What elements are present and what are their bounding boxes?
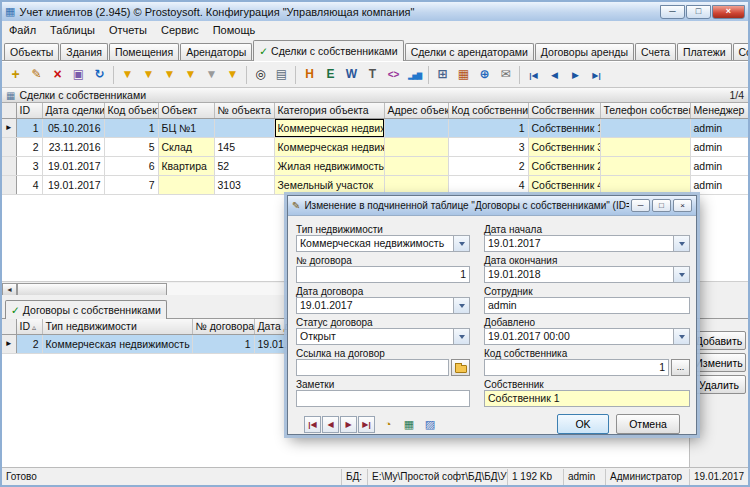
grid-cell[interactable]: Собственник 1 (528, 118, 600, 137)
dropdown-button[interactable] (674, 328, 690, 345)
dropdown-button[interactable] (454, 235, 470, 252)
grid-cell[interactable]: 1 (192, 334, 254, 353)
chart-button[interactable]: ▂▅▇ (404, 64, 425, 85)
grid-cell[interactable]: 1 (16, 118, 42, 137)
image-button[interactable]: ▨ (421, 416, 439, 433)
grid-cell[interactable]: Квартира (158, 156, 214, 175)
added-datetime-combobox[interactable]: 19.01.2017 00:00 (484, 328, 674, 345)
minimize-button[interactable]: ─ (660, 5, 685, 19)
dialog-nav-last-button[interactable]: ▶| (358, 416, 375, 433)
add-record-button[interactable]: + (5, 64, 26, 85)
tab-lease-contracts[interactable]: Договоры аренды (535, 43, 634, 60)
table-row[interactable]: 4 19.01.2017 7 3103 Земельный участок 4 … (2, 175, 748, 194)
table-row[interactable]: 3 19.01.2017 6 Квартира 52 Жилая недвижи… (2, 156, 748, 175)
edit-record-button[interactable]: ✎ (26, 64, 47, 85)
grid-cell[interactable]: Собственник 3 (528, 137, 600, 156)
grid-cell[interactable]: Жилая недвижимость (274, 156, 384, 175)
grid-cell[interactable]: 3 (448, 137, 528, 156)
nav-next-button[interactable]: ▶ (565, 64, 586, 85)
tab-payments[interactable]: Платежи (677, 43, 732, 60)
dialog-nav-next-button[interactable]: ▶ (340, 416, 357, 433)
notes-field[interactable] (296, 390, 470, 407)
edit-subrecord-button[interactable]: Изменить (692, 353, 746, 372)
owner-lookup-button[interactable]: ... (671, 359, 690, 376)
grid-cell[interactable]: Собственник 4 (528, 175, 600, 194)
copy-record-button[interactable]: ▣ (68, 64, 89, 85)
owner-field[interactable]: Собственник 1 (484, 390, 690, 407)
menu-reports[interactable]: Отчеты (102, 22, 154, 38)
owner-code-field[interactable]: 1 (484, 359, 669, 376)
tab-owner-contracts[interactable]: ✓Договоры с собственниками (5, 300, 167, 319)
grid-cell[interactable]: 2 (448, 156, 528, 175)
grid-cell[interactable]: 19.01.2017 (42, 175, 104, 194)
nav-last-button[interactable]: ▶| (586, 64, 607, 85)
tab-buildings[interactable]: Здания (60, 43, 108, 60)
history-button[interactable]: ◔ (379, 416, 397, 433)
filter-button[interactable]: ▼ (117, 64, 138, 85)
tab-owner-deals[interactable]: ✓Сделки с собственниками (253, 40, 403, 61)
grid-cell[interactable]: 1 (104, 118, 158, 137)
calculator-button[interactable]: ⊞ (432, 64, 453, 85)
filter-apply-button[interactable]: ▼ (222, 64, 243, 85)
menu-service[interactable]: Сервис (154, 22, 206, 38)
column-header[interactable]: Адрес объекта (384, 103, 448, 118)
dropdown-button[interactable] (454, 297, 470, 314)
column-header[interactable]: Код объекта (104, 103, 158, 118)
grid-cell[interactable]: 6 (104, 156, 158, 175)
column-header[interactable]: № договора (192, 319, 254, 334)
nav-first-button[interactable]: |◀ (523, 64, 544, 85)
grid-cell[interactable]: Склад (158, 137, 214, 156)
grid-cell[interactable]: 145 (214, 137, 274, 156)
column-header[interactable]: Телефон собственника (600, 103, 690, 118)
grid-cell[interactable]: Коммерческая недвижимость (274, 137, 384, 156)
grid-cell[interactable]: 1 (448, 118, 528, 137)
dropdown-button[interactable] (674, 266, 690, 283)
column-header[interactable]: № объекта (214, 103, 274, 118)
grid-cell[interactable] (214, 118, 274, 137)
start-date-combobox[interactable]: 19.01.2017 (484, 235, 674, 252)
calendar-button[interactable]: ▦ (453, 64, 474, 85)
contract-link-field[interactable] (296, 359, 449, 376)
grid-cell[interactable]: БЦ №1 (158, 118, 214, 137)
grid-cell[interactable]: 4 (448, 175, 528, 194)
grid-cell[interactable]: 7 (104, 175, 158, 194)
grid-cell[interactable] (384, 175, 448, 194)
refresh-button[interactable]: ↻ (89, 64, 110, 85)
maximize-button[interactable]: □ (686, 5, 711, 19)
filter-exclude-button[interactable]: ▼ (159, 64, 180, 85)
dialog-nav-first-button[interactable]: |◀ (304, 416, 321, 433)
grid-cell[interactable]: admin (690, 137, 748, 156)
grid-cell[interactable]: 4 (16, 175, 42, 194)
contract-status-combobox[interactable]: Открыт (296, 328, 454, 345)
grid-cell[interactable]: admin (690, 175, 748, 194)
grid-cell[interactable] (384, 156, 448, 175)
dialog-minimize-button[interactable]: ─ (631, 199, 650, 212)
column-header[interactable]: Дата сделки (42, 103, 104, 118)
export-text-button[interactable]: T (362, 64, 383, 85)
grid-cell[interactable]: 3 (16, 156, 42, 175)
export-excel-button[interactable]: E (320, 64, 341, 85)
focused-grid-cell[interactable]: Коммерческая недвижимость (274, 118, 384, 137)
grid-cell[interactable]: 2 (16, 137, 42, 156)
end-date-combobox[interactable]: 19.01.2018 (484, 266, 674, 283)
ok-button[interactable]: OK (557, 414, 609, 434)
contract-date-combobox[interactable]: 19.01.2017 (296, 297, 454, 314)
grid-cell[interactable]: Собственник 2 (528, 156, 600, 175)
grid-cell[interactable] (384, 118, 448, 137)
print-button[interactable]: ▤ (271, 64, 292, 85)
delete-record-button[interactable]: × (47, 64, 68, 85)
employee-field[interactable]: admin (484, 297, 690, 314)
export-html-button[interactable]: H (299, 64, 320, 85)
menu-tables[interactable]: Таблицы (43, 22, 102, 38)
filter-clear-button[interactable]: ▼ (201, 64, 222, 85)
delete-subrecord-button[interactable]: Удалить (692, 375, 746, 394)
column-header[interactable]: Категория объекта (274, 103, 384, 118)
tab-premises[interactable]: Помещения (109, 43, 179, 60)
cancel-button[interactable]: Отмена (616, 414, 680, 434)
column-header[interactable]: Код собственника (448, 103, 528, 118)
grid-cell[interactable]: admin (690, 156, 748, 175)
grid-cell[interactable]: Коммерческая недвижимость (42, 334, 192, 353)
browse-file-button[interactable] (451, 359, 470, 376)
add-subrecord-button[interactable]: Добавить (692, 331, 746, 350)
dialog-nav-prev-button[interactable]: ◀ (322, 416, 339, 433)
